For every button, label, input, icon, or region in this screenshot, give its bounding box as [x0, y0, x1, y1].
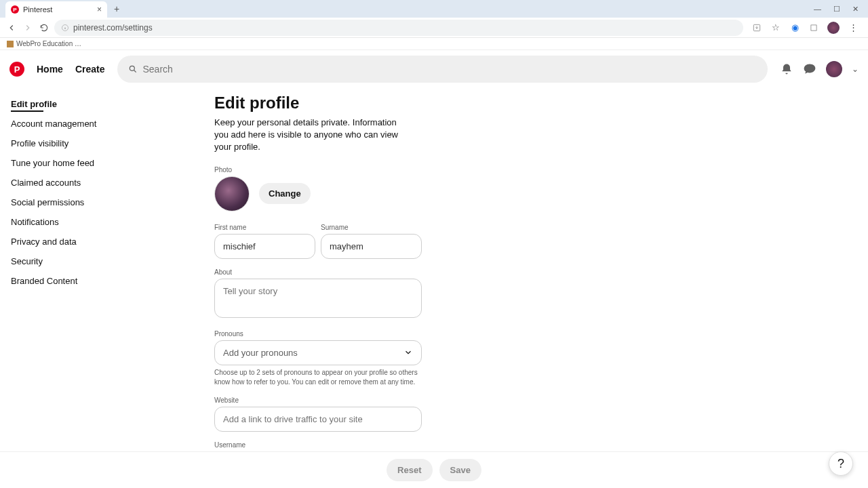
- profile-avatar-browser[interactable]: [827, 22, 840, 34]
- back-icon[interactable]: [5, 22, 18, 34]
- change-photo-button[interactable]: Change: [259, 183, 311, 204]
- main-content: Edit profile Keep your personal details …: [214, 94, 655, 454]
- chevron-down-icon: [403, 348, 413, 357]
- browser-titlebar: P Pinterest × + — ☐ ✕: [0, 0, 868, 18]
- surname-input[interactable]: [321, 234, 422, 259]
- svg-point-3: [130, 66, 134, 70]
- bookmark-item[interactable]: WebPro Education …: [16, 40, 81, 47]
- browser-tab[interactable]: P Pinterest ×: [5, 1, 107, 18]
- address-bar: pinterest.com/settings ☆ ◉ ⋮: [0, 18, 868, 38]
- sidebar-item-notifications[interactable]: Notifications: [11, 217, 119, 227]
- messages-icon[interactable]: [803, 62, 816, 76]
- minimize-icon[interactable]: —: [814, 5, 821, 14]
- app-header: P Home Create ⌄: [0, 50, 868, 88]
- bookmark-favicon: [7, 41, 14, 47]
- sidebar-item-tune-home-feed[interactable]: Tune your home feed: [11, 158, 119, 168]
- firstname-label: First name: [214, 224, 315, 231]
- nav-home[interactable]: Home: [37, 64, 63, 75]
- maximize-icon[interactable]: ☐: [833, 5, 840, 14]
- pronouns-select[interactable]: Add your pronouns: [214, 340, 422, 365]
- reload-icon[interactable]: [38, 22, 50, 34]
- site-info-icon: [61, 24, 69, 32]
- save-button[interactable]: Save: [439, 459, 481, 481]
- pinterest-favicon: P: [11, 5, 19, 14]
- tab-title: Pinterest: [23, 5, 52, 14]
- sidebar-item-privacy-data[interactable]: Privacy and data: [11, 237, 119, 247]
- pronouns-hint: Choose up to 2 sets of pronouns to appea…: [214, 368, 418, 387]
- help-button[interactable]: ?: [829, 451, 853, 476]
- pronouns-label: Pronouns: [214, 330, 422, 338]
- sidebar-item-social-permissions[interactable]: Social permissions: [11, 197, 119, 207]
- reset-button[interactable]: Reset: [387, 459, 432, 481]
- chevron-down-icon[interactable]: ⌄: [852, 64, 859, 74]
- search-box[interactable]: [117, 56, 768, 83]
- about-textarea[interactable]: [214, 279, 422, 318]
- sidebar-item-claimed-accounts[interactable]: Claimed accounts: [11, 178, 119, 188]
- page-title: Edit profile: [214, 94, 655, 113]
- bookmark-icon[interactable]: ☆: [770, 22, 781, 33]
- photo-label: Photo: [214, 166, 655, 174]
- surname-label: Surname: [321, 224, 422, 231]
- sidebar-item-branded-content[interactable]: Branded Content: [11, 276, 119, 286]
- pronouns-placeholder: Add your pronouns: [223, 348, 298, 358]
- sidebar-item-profile-visibility[interactable]: Profile visibility: [11, 138, 119, 148]
- bookmarks-bar: WebPro Education …: [0, 38, 868, 50]
- close-window-icon[interactable]: ✕: [852, 5, 859, 14]
- new-tab-button[interactable]: +: [107, 3, 126, 14]
- sidebar-item-account-management[interactable]: Account management: [11, 119, 119, 129]
- settings-sidebar: Edit profile Account management Profile …: [11, 94, 119, 454]
- profile-photo: [214, 176, 250, 211]
- close-tab-icon[interactable]: ×: [97, 5, 102, 14]
- about-label: About: [214, 268, 422, 276]
- svg-rect-2: [811, 24, 816, 30]
- nav-create[interactable]: Create: [75, 64, 105, 75]
- firstname-input[interactable]: [214, 234, 315, 259]
- search-input[interactable]: [143, 64, 757, 75]
- username-label: Username: [214, 441, 422, 449]
- forward-icon: [22, 22, 34, 34]
- notifications-icon[interactable]: [780, 62, 793, 76]
- page-subtitle: Keep your personal details private. Info…: [214, 117, 411, 154]
- install-app-icon[interactable]: [751, 22, 762, 33]
- extension-icon[interactable]: ◉: [789, 22, 800, 33]
- url-text: pinterest.com/settings: [73, 23, 153, 33]
- footer-bar: Reset Save: [0, 451, 868, 488]
- pinterest-logo-icon[interactable]: P: [9, 62, 24, 77]
- browser-menu-icon[interactable]: ⋮: [848, 22, 859, 33]
- extension-icon-2[interactable]: [808, 22, 819, 33]
- sidebar-item-security[interactable]: Security: [11, 256, 119, 266]
- website-label: Website: [214, 396, 422, 404]
- search-icon: [128, 64, 138, 74]
- website-input[interactable]: [214, 407, 422, 432]
- profile-avatar[interactable]: [826, 61, 842, 77]
- sidebar-item-edit-profile[interactable]: Edit profile: [11, 99, 119, 109]
- url-input[interactable]: pinterest.com/settings: [54, 20, 743, 36]
